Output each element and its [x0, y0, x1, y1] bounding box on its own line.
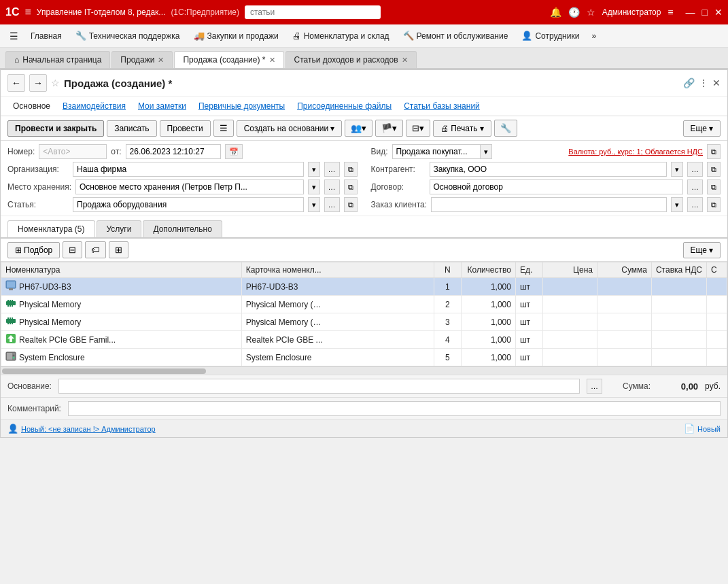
- table-row[interactable]: Physical Memory Physical Memory (… 3 1,0…: [1, 313, 727, 331]
- date-picker-button[interactable]: 📅: [225, 144, 243, 159]
- article-dropdown-button[interactable]: ▾: [308, 197, 320, 212]
- menubar-more-button[interactable]: »: [586, 29, 602, 44]
- wrench-icon-button[interactable]: 🔧: [494, 120, 517, 137]
- menubar-item-warehouse[interactable]: 🖨 Номенклатура и склад: [285, 28, 396, 44]
- subtab-primary-docs[interactable]: Первичные документы: [193, 99, 290, 113]
- post-button[interactable]: Провести: [160, 120, 211, 137]
- tab-sale-create[interactable]: Продажа (создание) * ✕: [174, 51, 283, 68]
- subtab-interactions[interactable]: Взаимодействия: [57, 99, 131, 113]
- counterparty-dropdown-button[interactable]: ▾: [671, 162, 683, 177]
- save-button[interactable]: Записать: [107, 120, 156, 137]
- hamburger-icon[interactable]: ≡: [24, 6, 31, 18]
- org-select-button[interactable]: …: [324, 162, 340, 177]
- customer-order-dropdown-button[interactable]: ▾: [671, 197, 683, 212]
- add-button[interactable]: ⊞ Подбор: [7, 242, 60, 258]
- inner-tab-nomenclature[interactable]: Номенклатура (5): [7, 220, 95, 237]
- table-row[interactable]: System Enclosure System Enclosure 5 1,00…: [1, 349, 727, 366]
- table-icon-button[interactable]: ⊟▾: [406, 120, 430, 137]
- more-button[interactable]: Еще ▾: [683, 120, 721, 137]
- table-btn1[interactable]: ⊟: [63, 241, 82, 258]
- contract-input[interactable]: [430, 179, 684, 194]
- form-area: Номер: от: 📅 Вид: ▾ Валюта: руб., курс: …: [1, 141, 727, 216]
- star-icon[interactable]: ☆: [587, 7, 595, 18]
- currency-info[interactable]: Валюта: руб., курс: 1; Облагается НДС: [568, 148, 703, 156]
- org-copy-button[interactable]: ⧉: [344, 162, 358, 177]
- col-header-vat: Ставка НДС: [651, 262, 706, 278]
- search-input[interactable]: [245, 5, 381, 19]
- storage-copy-button[interactable]: ⧉: [344, 179, 358, 194]
- table-btn3[interactable]: ⊞: [109, 241, 128, 258]
- customer-order-select-button[interactable]: …: [687, 197, 703, 212]
- storage-input[interactable]: [75, 179, 304, 194]
- org-input[interactable]: [73, 162, 304, 177]
- save-close-button[interactable]: Провести и закрыть: [7, 120, 104, 137]
- article-copy-button[interactable]: ⧉: [344, 197, 358, 212]
- contract-copy-button[interactable]: ⧉: [707, 179, 721, 194]
- storage-select-button[interactable]: …: [324, 179, 340, 194]
- menubar-item-sales[interactable]: 🚚 Закупки и продажи: [187, 28, 285, 44]
- counterparty-select-button[interactable]: …: [687, 162, 703, 177]
- table-row[interactable]: Physical Memory Physical Memory (… 2 1,0…: [1, 296, 727, 313]
- comment-input[interactable]: [68, 401, 721, 416]
- table-btn2[interactable]: 🏷: [85, 241, 106, 258]
- date-input[interactable]: [126, 144, 221, 159]
- bell-icon[interactable]: 🔔: [550, 7, 561, 18]
- tab-sales-close[interactable]: ✕: [158, 56, 164, 65]
- table-more-button[interactable]: Еще ▾: [683, 242, 721, 258]
- number-input[interactable]: [39, 144, 107, 159]
- counterparty-input[interactable]: [430, 162, 668, 177]
- tab-articles-close[interactable]: ✕: [402, 56, 408, 65]
- menubar-item-support[interactable]: 🔧 Техническая поддержка: [69, 28, 187, 44]
- print-button[interactable]: 🖨 Печать ▾: [433, 120, 491, 137]
- horizontal-scrollbar[interactable]: [1, 366, 727, 375]
- doc-list-icon-button[interactable]: ☰: [213, 120, 234, 137]
- users-icon-button[interactable]: 👥▾: [345, 120, 372, 137]
- menubar-item-staff[interactable]: 👤 Сотрудники: [515, 28, 586, 44]
- create-based-button[interactable]: Создать на основании ▾: [237, 120, 343, 137]
- close-doc-icon[interactable]: ✕: [712, 78, 721, 88]
- article-select-button[interactable]: …: [324, 197, 340, 212]
- storage-dropdown-button[interactable]: ▾: [308, 179, 320, 194]
- back-button[interactable]: ←: [7, 74, 25, 92]
- bookmark-icon[interactable]: ☆: [51, 78, 60, 88]
- article-input[interactable]: [73, 197, 304, 212]
- type-dropdown-button[interactable]: ▾: [480, 144, 492, 159]
- tab-sales[interactable]: Продажи ✕: [111, 51, 173, 68]
- more-icon[interactable]: ⋮: [699, 78, 708, 88]
- inner-tab-services[interactable]: Услуги: [97, 220, 142, 237]
- menubar-expand-icon[interactable]: ☰: [4, 28, 24, 44]
- subtab-main[interactable]: Основное: [7, 99, 56, 113]
- org-dropdown-button[interactable]: ▾: [308, 162, 320, 177]
- inner-tab-additional[interactable]: Дополнительно: [143, 220, 222, 237]
- subtab-knowledge[interactable]: Статьи базы знаний: [398, 99, 485, 113]
- subtab-notes[interactable]: Мои заметки: [133, 99, 192, 113]
- doc-title: Продажа (создание) *: [64, 78, 679, 89]
- tab-sale-create-close[interactable]: ✕: [269, 56, 275, 65]
- create-based-dropdown-icon: ▾: [330, 124, 334, 133]
- win-min-button[interactable]: —: [686, 7, 695, 18]
- statusbar-link[interactable]: Новый: <не записан !> Администратор: [21, 425, 156, 433]
- counterparty-copy-button[interactable]: ⧉: [707, 162, 721, 177]
- link-icon[interactable]: 🔗: [683, 78, 695, 88]
- forward-button[interactable]: →: [29, 74, 47, 92]
- table-row[interactable]: Realtek PCIe GBE Famil... Realtek PCIe G…: [1, 331, 727, 349]
- basis-input[interactable]: [58, 379, 580, 394]
- tab-home[interactable]: ⌂ Начальная страница: [5, 51, 110, 68]
- flag-icon-button[interactable]: 🏴▾: [375, 120, 403, 137]
- customer-order-input[interactable]: [431, 197, 667, 212]
- menubar-item-repair[interactable]: 🔨 Ремонт и обслуживание: [396, 28, 515, 44]
- menubar-item-home[interactable]: Главная: [24, 29, 69, 44]
- tab-articles[interactable]: Статьи доходов и расходов ✕: [285, 51, 417, 68]
- contract-select-button[interactable]: …: [687, 179, 703, 194]
- type-input[interactable]: [392, 144, 481, 159]
- currency-copy-button[interactable]: ⧉: [707, 144, 721, 159]
- basis-select-button[interactable]: …: [587, 379, 602, 394]
- subtab-attachments[interactable]: Присоединенные файлы: [292, 99, 397, 113]
- table-row[interactable]: PH67-UD3-B3 PH67-UD3-B3 1 1,000 шт: [1, 278, 727, 296]
- customer-order-copy-button[interactable]: ⧉: [707, 197, 721, 212]
- win-close-button[interactable]: ✕: [714, 7, 723, 18]
- clock-icon[interactable]: 🕐: [568, 7, 580, 18]
- table-scroll-area[interactable]: Номенклатура Карточка номенкл... N Колич…: [1, 262, 727, 366]
- win-max-button[interactable]: □: [702, 7, 708, 18]
- settings-icon[interactable]: ≡: [668, 7, 673, 18]
